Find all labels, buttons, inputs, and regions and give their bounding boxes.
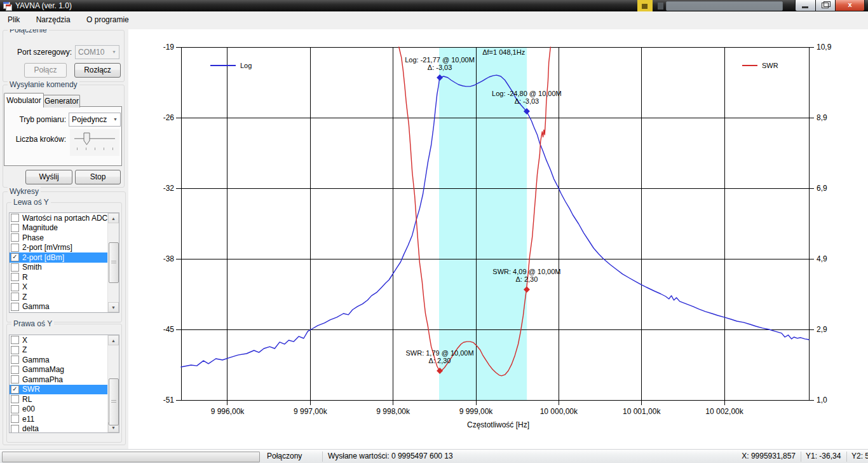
list-item-label: SWR (22, 385, 40, 394)
marker-label: SWR: 4,09 @ 10,00M (492, 268, 560, 275)
separator (322, 452, 323, 462)
right-axis-list[interactable]: XZGammaGammaMagGammaPha✓SWRRLe00e11delta… (9, 335, 119, 433)
menu-plik[interactable]: Plik (1, 11, 26, 29)
stop-button[interactable]: Stop (75, 170, 121, 184)
list-item-label: delta (22, 424, 39, 433)
left-axis-tick-label: -32 (163, 184, 175, 193)
scroll-up-icon[interactable]: ▲ (108, 335, 119, 345)
checkbox-icon[interactable]: ✓ (11, 385, 19, 394)
sent-values-status: Wysłane wartości: 0 9995497 600 13 (328, 452, 453, 460)
checkbox-icon[interactable] (11, 233, 19, 242)
x-axis-tick-label: 9 997,00k (294, 407, 328, 416)
right-axis-item-8[interactable]: e11 (10, 414, 119, 424)
list-item-label: Wartości na portach ADC (22, 214, 107, 223)
left-axis-item-9[interactable]: Gamma (10, 302, 119, 312)
bandwidth-band (439, 47, 527, 400)
list-item-label: Z (22, 345, 27, 354)
left-axis-item-6[interactable]: R (10, 272, 119, 282)
list-item-label: X (22, 336, 27, 345)
right-axis-item-7[interactable]: e00 (10, 404, 119, 415)
checkbox-icon[interactable] (11, 356, 19, 364)
checkbox-icon[interactable] (11, 244, 19, 252)
checkbox-icon[interactable] (11, 263, 19, 272)
checkbox-icon[interactable] (11, 346, 19, 354)
checkbox-icon[interactable] (11, 395, 19, 403)
right-axis-item-0[interactable]: X (10, 335, 119, 345)
maximize-button[interactable] (816, 0, 836, 11)
marker-label: SWR: 1,79 @ 10,00M (405, 349, 473, 357)
left-axis-item-8[interactable]: Z (10, 292, 119, 302)
right-axis-item-1[interactable]: Z (10, 345, 119, 356)
right-axis-item-9[interactable]: delta (10, 424, 119, 434)
tab-wobulator[interactable]: Wobulator (4, 93, 44, 107)
left-axis-item-5[interactable]: Smith (10, 263, 119, 273)
cursor-y1-value: Y1: -36,34 (806, 452, 841, 460)
list-item-label: GammaPha (22, 375, 63, 384)
menu-narzedzia[interactable]: Narzędzia (30, 11, 77, 29)
charts-group-label: Wykresy (8, 187, 41, 196)
scroll-up-icon[interactable]: ▲ (108, 213, 119, 223)
close-button[interactable]: x (836, 0, 865, 11)
list-item-label: Smith (22, 263, 42, 272)
checkbox-icon[interactable] (11, 224, 19, 232)
chart[interactable]: -1910,9-268,9-326,9-384,9-452,9-511,09 9… (0, 0, 868, 449)
left-axis-item-0[interactable]: Wartości na portach ADC (10, 213, 119, 223)
left-axis-item-1[interactable]: Magnitude (10, 223, 119, 233)
checkbox-icon[interactable] (11, 283, 19, 291)
close-icon: x (836, 1, 864, 8)
checkbox-icon[interactable] (11, 425, 19, 433)
list-item-label: e11 (22, 415, 34, 424)
checkbox-icon[interactable] (11, 214, 19, 222)
menu-o-programie[interactable]: O programie (80, 11, 135, 29)
send-button[interactable]: Wyślij (25, 170, 72, 184)
slider-track[interactable] (74, 138, 115, 140)
steps-count-slider[interactable] (70, 129, 119, 156)
checkbox-icon[interactable] (11, 273, 19, 281)
right-axis-tick-label: 8,9 (817, 113, 827, 122)
send-command-group-label: Wysyłanie komendy (8, 80, 79, 89)
x-axis-tick-label: 9 998,00k (376, 407, 410, 416)
right-axis-item-2[interactable]: Gamma (10, 355, 119, 365)
left-axis-item-7[interactable]: X (10, 282, 119, 293)
marker-delta-label: Δ: 2,30 (429, 357, 451, 364)
slider-thumb[interactable] (83, 132, 91, 148)
serial-port-combobox[interactable]: COM10 ▼ (75, 45, 119, 59)
right-axis-item-6[interactable]: RL (10, 394, 119, 404)
left-axis-list[interactable]: Wartości na portach ADCMagnitudePhase2-p… (9, 212, 119, 313)
right-axis-item-3[interactable]: GammaMag (10, 365, 119, 375)
checkbox-icon[interactable]: ✓ (11, 253, 19, 261)
connect-button[interactable]: Połącz (24, 63, 67, 78)
checkbox-icon[interactable] (11, 303, 19, 311)
left-axis-tick-label: -38 (163, 254, 175, 263)
scrollbar-thumb[interactable] (109, 242, 119, 283)
x-axis-tick-label: 9 996,00k (211, 407, 245, 416)
checkbox-icon[interactable] (11, 405, 19, 413)
tab-generator[interactable]: Generator (43, 95, 80, 107)
titlebar[interactable]: YAVNA (ver. 1.0) x (0, 0, 868, 11)
scrollbar-thumb[interactable] (109, 378, 119, 425)
right-axis-group-label: Prawa oś Y (11, 319, 54, 328)
disconnect-button[interactable]: Rozłącz (74, 63, 121, 78)
right-axis-scrollbar[interactable]: ▲ ▼ (107, 335, 119, 432)
checkbox-icon[interactable] (11, 375, 19, 384)
right-axis-item-5[interactable]: ✓SWR (10, 385, 119, 395)
checkbox-icon[interactable] (11, 293, 19, 301)
x-axis-tick-label: 10 000,00k (540, 407, 578, 416)
minimize-button[interactable] (795, 0, 816, 11)
right-axis-item-4[interactable]: GammaPha (10, 375, 119, 385)
background-window-hint-icon (637, 0, 653, 11)
left-axis-scrollbar[interactable]: ▲ ▼ (107, 213, 119, 312)
list-item-label: e00 (22, 404, 35, 413)
left-axis-item-4[interactable]: ✓2-port [dBm] (10, 252, 119, 263)
list-item-label: Z (22, 293, 27, 301)
left-axis-item-3[interactable]: 2-port [mVrms] (10, 243, 119, 253)
checkbox-icon[interactable] (11, 336, 19, 344)
scroll-down-icon[interactable]: ▼ (108, 302, 119, 312)
checkbox-icon[interactable] (11, 415, 19, 423)
left-axis-item-2[interactable]: Phase (10, 233, 119, 243)
list-item-label: R (22, 273, 28, 282)
checkbox-icon[interactable] (11, 366, 19, 374)
left-axis-tick-label: -19 (163, 43, 175, 52)
measure-mode-combobox[interactable]: Pojedyncz ▼ (69, 113, 121, 127)
statusbar: Połączony Wysłane wartości: 0 9995497 60… (0, 449, 868, 463)
